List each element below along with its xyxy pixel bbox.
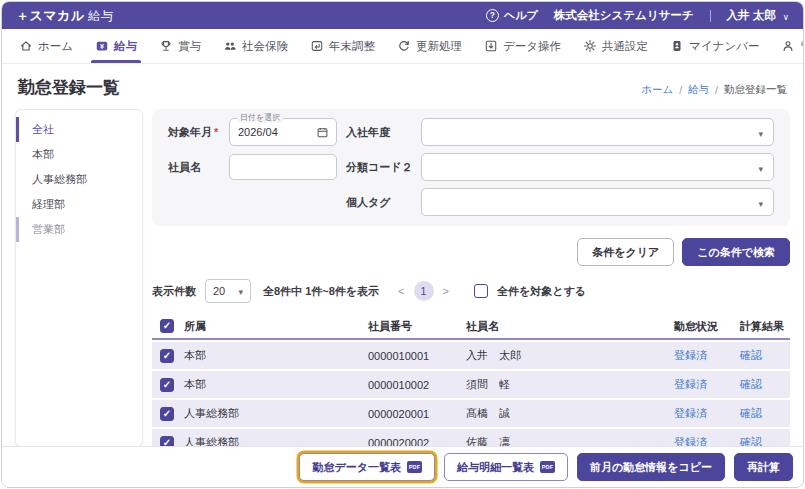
row-emp-no: 0000010002	[368, 379, 466, 391]
employee-name-input[interactable]	[229, 154, 337, 180]
main-area: 全社 本部 人事総務部 経理部 営業部 対象年月* 日付を選択 2026/04 …	[2, 106, 803, 447]
personal-tag-label: 個人タグ	[346, 195, 412, 210]
status-link[interactable]: 登録済	[674, 378, 707, 390]
table-row: 人事総務部 0000020002 佐藤 凛 登録済 確認	[152, 429, 790, 447]
payroll-icon: ¥	[95, 39, 109, 53]
record-count-text: 全8件中 1件~8件を表示	[263, 284, 379, 299]
attendance-table: 所属 社員番号 社員名 勤怠状況 計算結果 本部 0000010001 入井 太…	[152, 314, 790, 447]
select-all-label: 全件を対象とする	[497, 284, 586, 299]
footer-action-bar: 勤怠データ一覧表 給与明細一覧表 前月の勤怠情報をコピー 再計算	[2, 446, 803, 487]
category-code-select[interactable]	[421, 153, 774, 181]
clear-conditions-button[interactable]: 条件をクリア	[577, 238, 674, 266]
top-bar: ＋スマカル 給与 ヘルプ 株式会社システムリサーチ 入井 太郎	[2, 2, 803, 29]
search-button[interactable]: この条件で検索	[682, 238, 790, 266]
help-button[interactable]: ヘルプ	[486, 8, 538, 23]
svg-text:¥: ¥	[100, 43, 104, 50]
nav-item-update-process[interactable]: 更新処理	[386, 29, 473, 63]
status-link[interactable]: 登録済	[674, 407, 707, 419]
nav-label: 賞与	[178, 39, 201, 54]
target-month-input[interactable]: 日付を選択 2026/04	[229, 118, 337, 146]
result-link[interactable]: 確認	[740, 378, 762, 390]
category-code-label: 分類コード２	[346, 160, 412, 175]
calendar-icon	[317, 127, 328, 138]
nav-label: 給与	[114, 39, 137, 54]
gear-icon	[583, 39, 597, 53]
header-checkbox[interactable]	[160, 319, 174, 333]
row-emp-no: 0000010001	[368, 350, 466, 362]
row-name: 須間 軽	[466, 377, 674, 392]
pagination: < 1 >	[396, 281, 451, 301]
mynumber-card-icon	[670, 39, 684, 53]
button-label: 前月の勤怠情報をコピー	[590, 460, 712, 475]
recalculate-button[interactable]: 再計算	[734, 453, 793, 481]
department-sidebar: 全社 本部 人事総務部 経理部 営業部	[15, 109, 143, 447]
page-size-label: 表示件数	[152, 284, 196, 299]
sidebar-item-accounting[interactable]: 経理部	[16, 192, 142, 217]
nav-label: 年末調整	[329, 39, 375, 54]
home-icon	[19, 39, 33, 53]
app-logo[interactable]: ＋スマカル 給与	[16, 7, 114, 25]
date-float-label: 日付を選択	[237, 113, 283, 123]
nav-item-social-insurance[interactable]: 社会保険	[212, 29, 299, 63]
target-month-label: 対象年月*	[168, 125, 220, 140]
company-name: 株式会社システムリサーチ	[554, 8, 694, 23]
employee-name-label: 社員名	[168, 160, 220, 175]
sidebar-item-hr-general-affairs[interactable]: 人事総務部	[16, 167, 142, 192]
nav-item-data-operation[interactable]: データ操作	[473, 29, 572, 63]
bonus-icon	[159, 39, 173, 53]
breadcrumb-parent[interactable]: 給与	[688, 83, 709, 97]
nav-item-bonus[interactable]: 賞与	[148, 29, 212, 63]
hire-year-select[interactable]	[421, 118, 774, 146]
row-checkbox[interactable]	[160, 407, 174, 421]
attendance-data-report-button[interactable]: 勤怠データ一覧表	[299, 453, 435, 481]
breadcrumb: ホーム / 給与 / 勤怠登録一覧	[641, 83, 787, 99]
row-checkbox[interactable]	[160, 378, 174, 392]
page-size-value: 20	[213, 285, 225, 297]
nav-item-payroll[interactable]: ¥ 給与	[84, 29, 148, 63]
sidebar-item-headquarters[interactable]: 本部	[16, 142, 142, 167]
header-divider	[710, 10, 711, 22]
next-page-button[interactable]: >	[441, 285, 451, 297]
payslip-report-button[interactable]: 給与明細一覧表	[444, 453, 568, 481]
nav-label: 社会保険	[242, 39, 288, 54]
row-name: 髙橋 誠	[466, 406, 674, 421]
sidebar-item-sales[interactable]: 営業部	[16, 217, 142, 242]
nav-item-home[interactable]: ホーム	[8, 29, 84, 63]
prev-page-button[interactable]: <	[396, 285, 406, 297]
target-month-value: 2026/04	[238, 126, 278, 138]
table-header: 所属 社員番号 社員名 勤怠状況 計算結果	[152, 314, 790, 340]
sidebar-item-all-company[interactable]: 全社	[16, 117, 142, 142]
row-checkbox[interactable]	[160, 349, 174, 363]
personal-tag-select[interactable]	[421, 188, 774, 216]
page-number-button[interactable]: 1	[414, 281, 434, 301]
select-all-checkbox[interactable]	[474, 284, 488, 298]
page-size-select[interactable]: 20	[205, 279, 251, 303]
column-header-result: 計算結果	[740, 319, 790, 334]
pdf-icon	[407, 461, 422, 473]
status-link[interactable]: 登録済	[674, 349, 707, 361]
nav-item-mynumber[interactable]: マイナンバー	[659, 29, 770, 63]
button-label: 再計算	[747, 460, 780, 475]
nav-item-year-end-adjustment[interactable]: 年末調整	[299, 29, 386, 63]
title-row: 勤怠登録一覧 ホーム / 給与 / 勤怠登録一覧	[2, 64, 803, 106]
table-row: 人事総務部 0000020001 髙橋 誠 登録済 確認	[152, 400, 790, 427]
filter-actions: 条件をクリア この条件で検索	[152, 238, 790, 266]
copy-previous-month-button[interactable]: 前月の勤怠情報をコピー	[577, 453, 725, 481]
result-link[interactable]: 確認	[740, 349, 762, 361]
chevron-down-icon	[758, 193, 763, 211]
table-row: 本部 0000010001 入井 太郎 登録済 確認	[152, 342, 790, 369]
page-title: 勤怠登録一覧	[18, 76, 120, 99]
nav-item-admin[interactable]: 管理	[770, 29, 804, 63]
user-menu[interactable]: 入井 太郎	[727, 8, 789, 23]
nav-label: 共通設定	[602, 39, 648, 54]
breadcrumb-home[interactable]: ホーム	[641, 83, 673, 97]
row-dept: 本部	[184, 348, 368, 363]
row-dept: 人事総務部	[184, 406, 368, 421]
nav-item-common-settings[interactable]: 共通設定	[572, 29, 659, 63]
required-mark: *	[214, 126, 218, 138]
nav-label: ホーム	[38, 39, 73, 54]
column-header-emp-no: 社員番号	[368, 319, 466, 334]
hire-year-label: 入社年度	[346, 125, 412, 140]
result-link[interactable]: 確認	[740, 407, 762, 419]
pdf-icon	[540, 461, 555, 473]
